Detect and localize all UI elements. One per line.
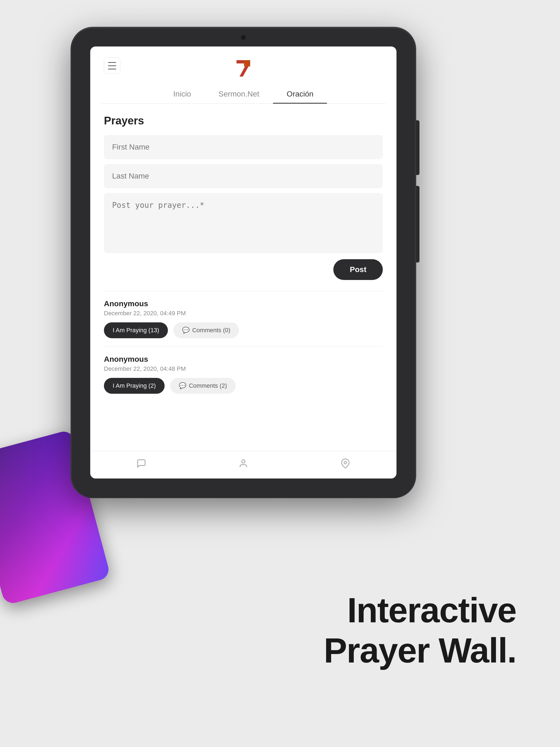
svg-rect-3 bbox=[244, 60, 250, 67]
bottom-tab-location[interactable] bbox=[338, 457, 352, 470]
location-icon bbox=[340, 459, 350, 468]
app-header bbox=[90, 47, 397, 85]
prayer-textarea[interactable] bbox=[104, 193, 383, 253]
prayer-date-1: December 22, 2020, 04:49 PM bbox=[104, 310, 383, 317]
comments-btn-2[interactable]: 💬 Comments (2) bbox=[170, 378, 236, 394]
tab-inicio[interactable]: Inicio bbox=[160, 85, 205, 103]
prayer-actions-2: I Am Praying (2) 💬 Comments (2) bbox=[104, 378, 383, 394]
tablet-screen: Inicio Sermon.Net Oración Prayers Post bbox=[90, 47, 397, 479]
hamburger-line-1 bbox=[108, 62, 116, 63]
post-button[interactable]: Post bbox=[333, 259, 383, 280]
post-button-row: Post bbox=[104, 259, 383, 280]
i-am-praying-btn-2[interactable]: I Am Praying (2) bbox=[104, 378, 164, 394]
chat-icon-1: 💬 bbox=[182, 327, 189, 334]
app-ui: Inicio Sermon.Net Oración Prayers Post bbox=[90, 47, 397, 479]
person-icon bbox=[238, 459, 248, 468]
prayer-author-2: Anonymous bbox=[104, 355, 383, 364]
tagline-line1: Interactive bbox=[324, 590, 516, 630]
tab-sermon-net[interactable]: Sermon.Net bbox=[205, 85, 273, 103]
tab-oracion[interactable]: Oración bbox=[273, 85, 327, 103]
app-content: Prayers Post Anonymous December 22, 2020… bbox=[90, 104, 397, 451]
camera bbox=[241, 35, 246, 40]
prayer-entry-1: Anonymous December 22, 2020, 04:49 PM I … bbox=[104, 291, 383, 346]
svg-point-5 bbox=[344, 462, 347, 464]
hamburger-line-2 bbox=[108, 66, 116, 66]
prayer-actions-1: I Am Praying (13) 💬 Comments (0) bbox=[104, 323, 383, 338]
chat-icon-2: 💬 bbox=[179, 382, 186, 389]
bottom-tab-person[interactable] bbox=[236, 457, 250, 470]
bottom-tab-bar bbox=[90, 451, 397, 479]
comments-label-1: Comments (0) bbox=[192, 327, 230, 334]
tagline-line2: Prayer Wall. bbox=[324, 630, 516, 670]
tablet-shell: Inicio Sermon.Net Oración Prayers Post bbox=[71, 27, 416, 498]
prayer-entry-2: Anonymous December 22, 2020, 04:48 PM I … bbox=[104, 346, 383, 402]
hamburger-button[interactable] bbox=[104, 57, 120, 74]
tablet-device: Inicio Sermon.Net Oración Prayers Post bbox=[71, 27, 416, 498]
first-name-input[interactable] bbox=[104, 135, 383, 159]
bottom-tab-chat[interactable] bbox=[134, 457, 148, 470]
comments-btn-1[interactable]: 💬 Comments (0) bbox=[173, 323, 239, 338]
prayer-date-2: December 22, 2020, 04:48 PM bbox=[104, 365, 383, 372]
prayers-title: Prayers bbox=[104, 114, 383, 127]
last-name-input[interactable] bbox=[104, 164, 383, 188]
svg-point-4 bbox=[242, 460, 245, 463]
prayer-author-1: Anonymous bbox=[104, 300, 383, 308]
nav-tabs: Inicio Sermon.Net Oración bbox=[101, 85, 385, 104]
comments-label-2: Comments (2) bbox=[189, 382, 227, 389]
chat-icon bbox=[136, 459, 146, 468]
tagline: Interactive Prayer Wall. bbox=[324, 590, 516, 670]
i-am-praying-btn-1[interactable]: I Am Praying (13) bbox=[104, 323, 168, 338]
hamburger-line-3 bbox=[108, 69, 116, 70]
app-logo bbox=[232, 57, 254, 79]
